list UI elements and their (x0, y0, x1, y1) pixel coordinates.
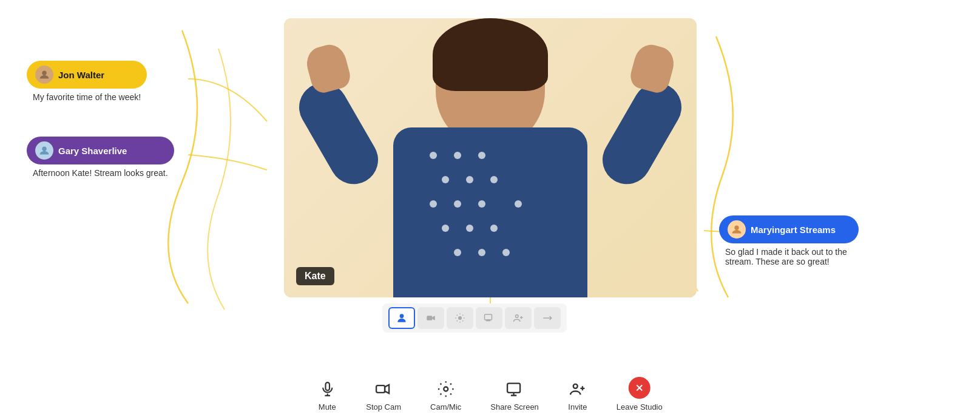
jon-message: My favorite time of the week! (27, 92, 147, 102)
share-screen-label: Share Screen (490, 402, 539, 412)
mary-name: Maryingart Streams (751, 225, 836, 235)
svg-point-17 (573, 384, 578, 388)
invite-label: Invite (568, 402, 587, 412)
video-person (284, 18, 697, 297)
svg-marker-12 (385, 385, 389, 393)
cam-mic-button[interactable]: Cam/Mic (430, 379, 461, 412)
leave-studio-icon (629, 377, 651, 399)
stop-cam-label: Stop Cam (366, 402, 401, 412)
jon-bubble: Jon Walter (27, 61, 147, 89)
video-feed: Kate (284, 18, 697, 297)
svg-rect-6 (487, 320, 490, 321)
gary-avatar (35, 141, 53, 160)
svg-rect-14 (507, 384, 520, 393)
svg-point-7 (516, 315, 519, 318)
strip-btn-3[interactable] (447, 307, 473, 329)
svg-point-4 (458, 316, 462, 320)
cam-mic-icon (436, 379, 456, 399)
leave-studio-label: Leave Studio (617, 402, 663, 412)
jon-avatar (35, 66, 53, 84)
mary-bubble: Maryingart Streams (719, 215, 859, 243)
toolbar-strip (382, 303, 567, 333)
share-screen-icon (505, 379, 524, 399)
invite-button[interactable]: Invite (568, 379, 587, 412)
strip-btn-5[interactable] (505, 307, 532, 329)
svg-rect-8 (325, 382, 329, 390)
svg-point-22 (42, 71, 46, 75)
svg-point-1 (400, 314, 404, 318)
gary-bubble: Gary Shaverlive (27, 137, 174, 164)
bottom-toolbar: Mute Stop Cam Cam/Mic Share Screen Invit… (317, 377, 663, 412)
mary-chat-container: Maryingart Streams So glad I made it bac… (719, 215, 859, 266)
svg-point-23 (42, 147, 46, 151)
svg-point-24 (734, 226, 738, 230)
video-participant-name: Kate (296, 267, 334, 285)
leave-studio-button[interactable]: Leave Studio (617, 377, 663, 412)
svg-rect-11 (376, 385, 385, 393)
mute-button[interactable]: Mute (317, 379, 337, 412)
stop-cam-button[interactable]: Stop Cam (366, 379, 401, 412)
strip-btn-2[interactable] (417, 307, 444, 329)
mary-message: So glad I made it back out to the stream… (719, 247, 859, 266)
jon-name: Jon Walter (58, 70, 104, 80)
gary-message: Afternoon Kate! Stream looks great. (27, 168, 174, 178)
stop-cam-icon (374, 379, 393, 399)
strip-btn-4[interactable] (476, 307, 502, 329)
invite-icon (568, 379, 587, 399)
mute-label: Mute (319, 402, 336, 412)
share-screen-button[interactable]: Share Screen (490, 379, 539, 412)
gary-chat-container: Gary Shaverlive Afternoon Kate! Stream l… (27, 137, 174, 178)
gary-name: Gary Shaverlive (58, 146, 127, 156)
svg-rect-2 (427, 316, 432, 320)
strip-btn-6[interactable] (534, 307, 561, 329)
jon-chat-container: Jon Walter My favorite time of the week! (27, 61, 147, 102)
mute-icon (317, 379, 337, 399)
cam-mic-label: Cam/Mic (430, 402, 461, 412)
svg-point-13 (444, 387, 448, 391)
mary-avatar (728, 220, 746, 239)
strip-person-btn[interactable] (388, 307, 415, 329)
svg-rect-5 (485, 314, 492, 320)
svg-marker-3 (432, 316, 435, 320)
